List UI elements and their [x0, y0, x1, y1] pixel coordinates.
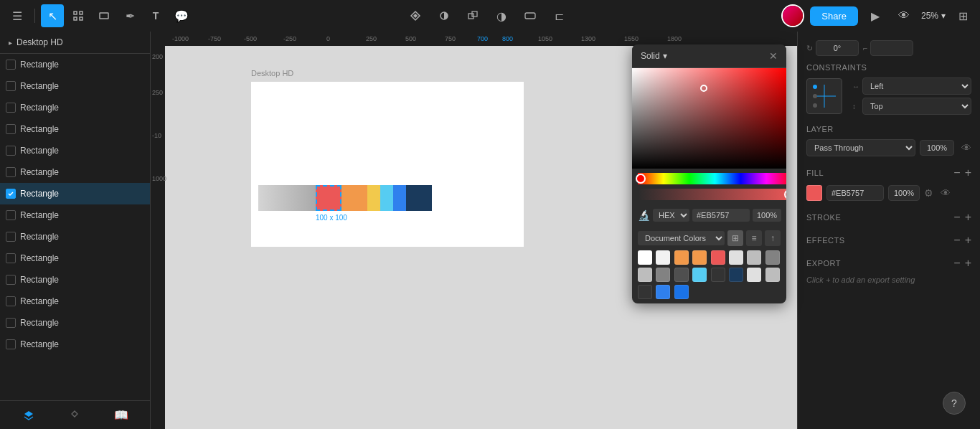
- swatch-mid-gray[interactable]: [729, 250, 743, 265]
- layer-item[interactable]: Rectangle: [0, 312, 150, 334]
- swatch-red[interactable]: [711, 250, 725, 265]
- layer-checkbox[interactable]: [6, 189, 16, 199]
- swatch-light3[interactable]: [765, 268, 780, 282]
- layer-checkbox[interactable]: [6, 103, 16, 113]
- color-gradient[interactable]: [632, 68, 786, 169]
- add-stroke-button[interactable]: +: [965, 211, 971, 224]
- swatch-orange[interactable]: [674, 250, 689, 265]
- swatch-gray2[interactable]: [747, 250, 761, 265]
- cp-close-button[interactable]: ✕: [769, 50, 778, 62]
- layer-checkbox[interactable]: [6, 318, 16, 328]
- opacity-thumb[interactable]: [784, 189, 786, 199]
- layer-item[interactable]: Rectangle: [0, 334, 150, 355]
- select-tool[interactable]: ↖: [41, 4, 64, 27]
- add-fill-button[interactable]: +: [965, 166, 971, 179]
- opacity-bar[interactable]: [638, 189, 786, 200]
- grid-view-toggle[interactable]: ⊞: [727, 230, 743, 246]
- add-effect-button[interactable]: +: [965, 234, 971, 247]
- fill-visibility-icon[interactable]: 👁: [941, 187, 951, 199]
- mask-icon[interactable]: [433, 4, 456, 27]
- list-view-toggle[interactable]: ≡: [746, 230, 762, 246]
- component-icon[interactable]: [404, 4, 427, 27]
- eyedropper-icon[interactable]: 🔬: [638, 209, 650, 221]
- layers-icon[interactable]: [19, 405, 39, 425]
- pen-tool[interactable]: ✒: [118, 4, 141, 27]
- layer-checkbox[interactable]: [6, 167, 16, 177]
- rect-tool[interactable]: [93, 4, 116, 27]
- union-icon[interactable]: [461, 4, 484, 27]
- swatch-cyan[interactable]: [692, 268, 707, 282]
- layer-checkbox[interactable]: [6, 275, 16, 285]
- comment-tool[interactable]: 💬: [170, 4, 193, 27]
- frame-tool[interactable]: [67, 4, 90, 27]
- crop-icon[interactable]: ⊏: [547, 4, 570, 27]
- doc-colors-select[interactable]: Document Colors: [638, 231, 725, 245]
- swatch-white[interactable]: [638, 250, 652, 265]
- text-tool[interactable]: T: [144, 4, 167, 27]
- layer-item[interactable]: Rectangle: [0, 269, 150, 291]
- scale-icon[interactable]: ◑: [490, 4, 513, 27]
- fill-opacity-input[interactable]: [888, 185, 920, 201]
- corner-radius-input[interactable]: [870, 40, 913, 56]
- add-export-button[interactable]: +: [965, 257, 971, 270]
- swatch-light-gray[interactable]: [656, 250, 670, 265]
- layout-icon[interactable]: ⊞: [951, 4, 974, 27]
- swatch-dark-gray[interactable]: [674, 268, 689, 282]
- layer-item[interactable]: Rectangle: [0, 54, 150, 75]
- h-constraint-select[interactable]: Left Right Center Scale: [862, 77, 971, 95]
- help-button[interactable]: ?: [943, 392, 966, 415]
- opacity-input[interactable]: [753, 209, 781, 222]
- layer-checkbox[interactable]: [6, 339, 16, 349]
- expand-icon[interactable]: ▸: [9, 39, 12, 47]
- eye-icon[interactable]: 👁: [892, 4, 915, 27]
- color-format-select[interactable]: HEX: [653, 209, 689, 222]
- layer-checkbox[interactable]: [6, 210, 16, 220]
- fill-settings-icon[interactable]: ⚙: [924, 187, 933, 199]
- swatch-near-black[interactable]: [711, 268, 725, 282]
- layer-item[interactable]: Rectangle: [0, 204, 150, 226]
- layer-checkbox[interactable]: [6, 60, 16, 70]
- gradient-cursor[interactable]: [700, 85, 707, 92]
- zoom-control[interactable]: 25% ▾: [921, 11, 946, 21]
- layer-item[interactable]: Rectangle: [0, 291, 150, 312]
- sort-toggle[interactable]: ↑: [765, 230, 781, 246]
- layer-item[interactable]: Rectangle: [0, 248, 150, 269]
- fill-hex-input[interactable]: [826, 185, 884, 201]
- remove-export-button[interactable]: −: [953, 257, 960, 270]
- swatch-gray5[interactable]: [656, 268, 670, 282]
- rotation-input[interactable]: 0°: [816, 40, 859, 56]
- swatch-black2[interactable]: [638, 285, 652, 299]
- swatch-orange2[interactable]: [692, 250, 707, 265]
- hex-input[interactable]: [692, 209, 750, 222]
- v-constraint-select[interactable]: Top Bottom Center Scale: [862, 98, 971, 115]
- play-icon[interactable]: ▶: [864, 4, 887, 27]
- swatch-dark-blue[interactable]: [729, 268, 743, 282]
- assets-icon[interactable]: 📖: [111, 405, 131, 425]
- components-icon[interactable]: [65, 405, 85, 425]
- swatch-light2[interactable]: [747, 268, 761, 282]
- menu-icon[interactable]: ☰: [6, 4, 29, 27]
- hue-thumb[interactable]: [636, 174, 646, 184]
- layer-visibility-icon[interactable]: 👁: [961, 142, 971, 154]
- swatch-gray4[interactable]: [638, 268, 652, 282]
- layer-item[interactable]: Rectangle: [0, 97, 150, 118]
- swatch-blue2[interactable]: [674, 285, 689, 299]
- remove-fill-button[interactable]: −: [953, 166, 960, 179]
- selected-color-block[interactable]: [316, 185, 341, 211]
- layer-checkbox[interactable]: [6, 232, 16, 242]
- layer-item[interactable]: Rectangle: [0, 75, 150, 97]
- swatch-blue[interactable]: [656, 285, 670, 299]
- boolean-icon[interactable]: [519, 4, 542, 27]
- layer-opacity-input[interactable]: [920, 140, 954, 156]
- cp-chevron[interactable]: ▾: [663, 51, 667, 61]
- layer-item[interactable]: Rectangle: [0, 140, 150, 161]
- layer-item[interactable]: Rectangle: [0, 183, 150, 204]
- fill-color-preview[interactable]: [806, 185, 822, 201]
- layer-item[interactable]: Rectangle: [0, 161, 150, 183]
- swatch-gray3[interactable]: [765, 250, 780, 265]
- user-avatar[interactable]: [781, 4, 804, 27]
- share-button[interactable]: Share: [810, 6, 858, 26]
- layer-checkbox[interactable]: [6, 296, 16, 306]
- layer-item[interactable]: Rectangle: [0, 118, 150, 140]
- remove-effect-button[interactable]: −: [953, 234, 960, 247]
